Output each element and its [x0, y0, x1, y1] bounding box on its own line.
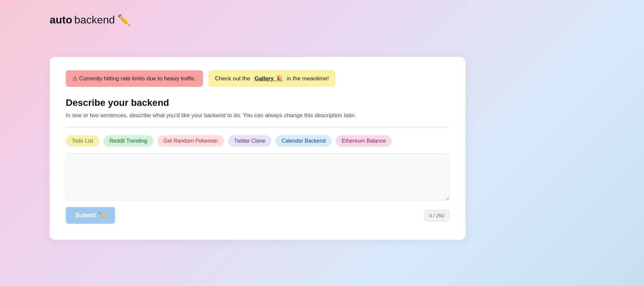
chip-calendar-backend[interactable]: Calendar Backend	[275, 135, 332, 147]
section-title: Describe your backend	[66, 97, 449, 108]
alert-warning-prefix: Check out the	[215, 75, 250, 82]
bottom-row: Submit ✏️ 0 / 250	[66, 207, 449, 224]
chip-reddit-trending[interactable]: Reddit Trending	[103, 135, 153, 147]
example-chips: Todo List Reddit Trending Get Random Pok…	[66, 135, 449, 147]
char-count: 0 / 250	[424, 210, 449, 221]
submit-label: Submit	[75, 212, 96, 219]
submit-icon: ✏️	[98, 212, 106, 219]
alert-warning: Check out the Gallery 🎉 in the meantime!	[208, 70, 335, 87]
chip-twitter-clone[interactable]: Twitter Clone	[228, 135, 271, 147]
app-header: auto backend ✏️	[0, 0, 644, 26]
submit-button[interactable]: Submit ✏️	[66, 207, 115, 224]
textarea-container	[66, 153, 449, 202]
alert-row: ⚠ Currently hitting rate limits due to h…	[66, 70, 449, 87]
description-textarea[interactable]	[66, 153, 449, 200]
section-description: In one or two sentences, describe what y…	[66, 112, 449, 119]
app-title-bold: auto	[50, 14, 72, 26]
alert-error-text: ⚠ Currently hitting rate limits due to h…	[72, 75, 196, 82]
chip-todo-list[interactable]: Todo List	[66, 135, 99, 147]
pencil-icon: ✏️	[117, 13, 130, 26]
section-divider	[66, 127, 449, 127]
main-card: ⚠ Currently hitting rate limits due to h…	[50, 57, 466, 240]
app-title-regular: backend	[74, 14, 115, 26]
alert-error: ⚠ Currently hitting rate limits due to h…	[66, 70, 203, 87]
app-title: auto backend ✏️	[50, 13, 644, 26]
chip-get-random-pokemon[interactable]: Get Random Pokemon	[157, 135, 224, 147]
alert-warning-suffix: in the meantime!	[287, 75, 329, 82]
chip-ethereum-balance[interactable]: Ethereum Balance	[336, 135, 392, 147]
gallery-link[interactable]: Gallery 🎉	[255, 75, 282, 82]
